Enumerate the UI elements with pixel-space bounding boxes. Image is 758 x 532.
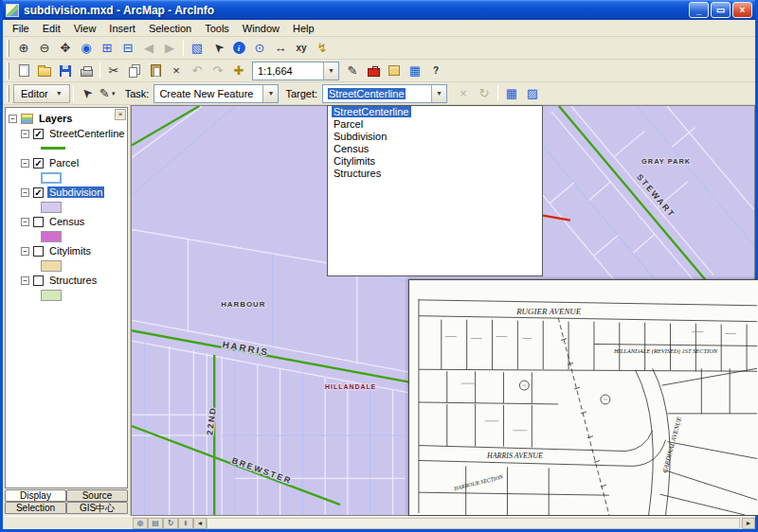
layout-view-button[interactable]: ▤ [148,518,163,529]
toc-layer-citylimits[interactable]: − Citylimits [6,243,127,258]
measure-button[interactable]: ↔ [270,39,291,58]
expand-minus-icon[interactable]: − [21,276,29,285]
expand-minus-icon[interactable]: − [21,130,29,138]
editor-toolbar-toggle-button[interactable]: ✎ [342,62,363,80]
toc-root-row[interactable]: − Layers [6,111,127,126]
refresh-view-button[interactable]: ↻ [163,518,178,529]
save-button[interactable] [55,62,76,80]
close-button[interactable]: × [732,2,752,18]
cut-button[interactable]: ✂ [103,62,124,80]
task-combo[interactable]: Create New Feature ▼ [153,84,279,103]
delete-button[interactable]: × [166,62,187,80]
go-back-extent-button[interactable]: ◀ [138,39,159,58]
dropdown-item-subdivision[interactable]: Subdivision [328,131,542,143]
edit-tool-button[interactable]: ➤ [77,84,98,103]
select-features-button[interactable]: ▧ [187,39,208,58]
scroll-left-button[interactable]: ◄ [193,518,207,529]
expand-minus-icon[interactable]: − [21,188,29,197]
scroll-right-button[interactable]: ► [742,518,755,529]
dropdown-item-citylimits[interactable]: Citylimits [328,155,542,168]
menu-view[interactable]: View [67,21,103,36]
arccatalog-button[interactable] [384,62,405,80]
tab-gis-center[interactable]: GIS中心 [66,502,128,514]
paste-button[interactable] [145,62,166,80]
map-scale-value[interactable]: 1:1,664 [253,65,323,77]
maximize-button[interactable]: ▭ [711,2,731,18]
minimize-button[interactable]: _ [689,2,709,18]
layer-name[interactable]: Census [47,216,86,227]
layer-name[interactable]: Parcel [47,157,81,168]
layer-checkbox[interactable] [33,246,44,257]
expand-minus-icon[interactable]: − [21,247,29,256]
new-map-button[interactable] [13,62,34,80]
layer-name[interactable]: Structures [47,275,99,286]
attributes-button[interactable]: ▦ [501,84,522,103]
menu-selection[interactable]: Selection [142,21,198,36]
pan-button[interactable]: ✥ [55,39,76,58]
open-button[interactable] [34,62,55,80]
print-button[interactable] [76,62,97,80]
dropdown-item-census[interactable]: Census [328,143,542,155]
toc-close-button[interactable]: × [115,109,126,120]
layer-checkbox[interactable]: ✓ [33,158,44,168]
editor-menu-button[interactable]: Editor ▼ [13,84,70,103]
add-data-button[interactable]: ✚ [228,62,249,80]
fixed-zoom-in-button[interactable]: ⊞ [97,39,117,58]
expand-minus-icon[interactable]: − [21,159,29,168]
copy-button[interactable] [124,62,145,80]
go-to-xy-button[interactable]: xy [291,39,312,58]
horizontal-scrollbar-track[interactable] [207,518,740,529]
layer-checkbox[interactable] [33,275,44,286]
layer-checkbox[interactable]: ✓ [33,187,44,198]
find-button[interactable]: ⊙ [249,39,270,58]
select-elements-button[interactable]: ➤ [208,39,228,58]
toc-root-label[interactable]: Layers [37,113,74,124]
tab-selection[interactable]: Selection [5,502,66,514]
full-extent-button[interactable]: ◉ [76,39,97,58]
target-combo[interactable]: StreetCenterline ▼ [322,84,447,103]
arctoolbox-button[interactable] [363,62,384,80]
hyperlink-button[interactable]: ↯ [312,39,333,58]
zoom-out-button[interactable]: ⊖ [34,39,55,58]
toc-layer-census[interactable]: − Census [6,214,127,229]
scale-dropdown-button[interactable]: ▼ [323,62,338,80]
layer-checkbox[interactable] [33,217,44,227]
fixed-zoom-out-button[interactable]: ⊟ [117,39,138,58]
tab-source[interactable]: Source [66,489,128,502]
rotate-tool-button[interactable]: ↻ [474,84,495,103]
split-tool-button[interactable]: × [453,84,474,103]
target-value[interactable]: StreetCenterline [323,88,431,99]
pause-drawing-button[interactable]: ‖ [178,518,193,529]
menu-insert[interactable]: Insert [102,21,142,36]
toolbar-grip[interactable] [7,40,9,57]
menu-help[interactable]: Help [286,21,321,36]
menu-edit[interactable]: Edit [36,21,67,36]
menu-window[interactable]: Window [236,21,286,36]
dropdown-item-parcel[interactable]: Parcel [328,118,542,131]
layer-name-selected[interactable]: Subdivision [47,186,104,198]
layer-name[interactable]: StreetCenterline [47,128,127,139]
data-view-button[interactable]: ◍ [133,518,148,529]
whats-this-help-button[interactable]: ? [425,62,446,80]
sketch-properties-button[interactable]: ▨ [522,84,543,103]
tab-display[interactable]: Display [5,489,66,502]
layer-checkbox[interactable]: ✓ [33,129,44,139]
expand-minus-icon[interactable]: − [9,115,17,123]
dropdown-item-structures[interactable]: Structures [328,168,542,180]
toolbar-grip[interactable] [7,85,9,102]
dropdown-item-streetcenterline[interactable]: StreetCenterline [328,106,542,118]
redo-button[interactable]: ↷ [208,62,228,80]
map-scale-combo[interactable]: 1:1,664 ▼ [252,62,339,80]
toc-layer-subdivision[interactable]: − ✓ Subdivision [6,185,127,200]
layer-name[interactable]: Citylimits [47,245,93,257]
toc-layer-parcel[interactable]: − ✓ Parcel [6,155,127,170]
expand-minus-icon[interactable]: − [21,218,29,226]
go-forward-extent-button[interactable]: ▶ [159,39,180,58]
toc-layer-structures[interactable]: − Structures [6,273,127,288]
toolbar-grip[interactable] [7,62,9,80]
zoom-in-button[interactable]: ⊕ [13,39,34,58]
task-dropdown-button[interactable]: ▼ [262,85,278,102]
identify-button[interactable]: i [228,39,249,58]
command-window-button[interactable]: ▦ [405,62,425,80]
sketch-tool-button[interactable]: ✎▼ [98,84,118,103]
